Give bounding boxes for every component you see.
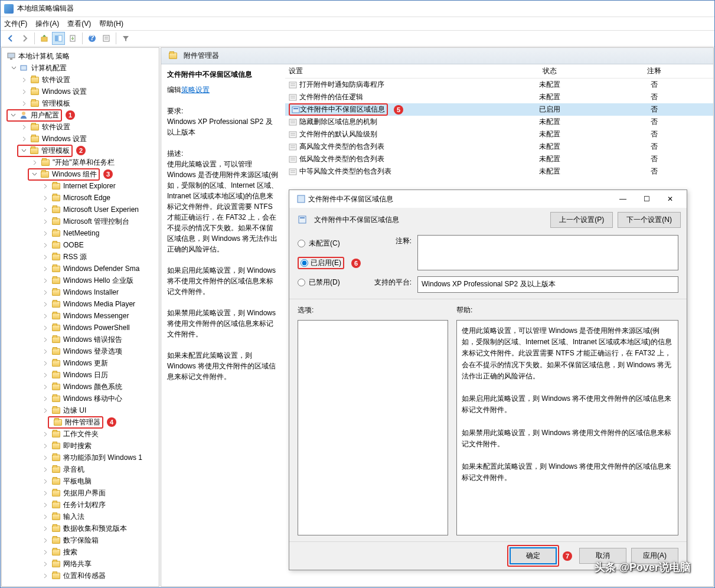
menu-action[interactable]: 操作(A) <box>35 19 59 29</box>
tree-item[interactable]: 凭据用户界面 <box>2 487 159 499</box>
chevron-right-icon[interactable] <box>42 218 49 225</box>
tree-item[interactable]: Internet Explorer <box>2 180 159 192</box>
menu-file[interactable]: 文件(F) <box>4 19 27 29</box>
chevron-right-icon[interactable] <box>42 466 49 473</box>
ok-button[interactable]: 确定 <box>510 547 557 564</box>
export-button[interactable] <box>66 32 79 45</box>
chevron-right-icon[interactable] <box>42 537 49 544</box>
tree-item[interactable]: 软件设置 <box>2 74 159 86</box>
tree-item[interactable]: OOBE <box>2 239 159 251</box>
tree-item[interactable]: Windows 颜色系统 <box>2 381 159 393</box>
chevron-right-icon[interactable] <box>31 159 38 166</box>
prev-setting-button[interactable]: 上一个设置(P) <box>550 212 613 228</box>
chevron-right-icon[interactable] <box>42 300 49 308</box>
chevron-right-icon[interactable] <box>42 371 49 378</box>
chevron-right-icon[interactable] <box>42 572 49 579</box>
tree-item[interactable]: Windows Media Player <box>2 298 159 310</box>
menu-help[interactable]: 帮助(H) <box>99 19 123 29</box>
chevron-right-icon[interactable] <box>42 489 49 496</box>
chevron-right-icon[interactable] <box>42 501 49 508</box>
tree-root[interactable]: 本地计算机 策略 <box>2 50 159 62</box>
chevron-down-icon[interactable] <box>9 112 17 119</box>
forward-button[interactable] <box>18 32 31 45</box>
tree-item[interactable]: 工作文件夹 <box>2 428 159 440</box>
chevron-right-icon[interactable] <box>42 454 49 461</box>
chevron-right-icon[interactable] <box>21 123 28 130</box>
tree-item[interactable]: Windows 更新 <box>2 357 159 369</box>
chevron-right-icon[interactable] <box>42 525 49 532</box>
chevron-right-icon[interactable] <box>42 513 49 520</box>
tree-item[interactable]: Windows 设置 <box>2 86 159 97</box>
chevron-right-icon[interactable] <box>42 182 49 190</box>
chevron-right-icon[interactable] <box>42 241 49 249</box>
chevron-right-icon[interactable] <box>42 324 49 331</box>
chevron-right-icon[interactable] <box>42 289 49 296</box>
chevron-down-icon[interactable] <box>10 64 17 71</box>
chevron-right-icon[interactable] <box>42 312 49 319</box>
maximize-button[interactable]: ☐ <box>635 191 658 207</box>
tree-item[interactable]: 录音机 <box>2 463 159 475</box>
chevron-right-icon[interactable] <box>42 194 49 201</box>
tree-item[interactable]: 即时搜索 <box>2 440 159 452</box>
radio-disabled[interactable]: 已禁用(D) <box>298 277 361 288</box>
tree-item[interactable]: 软件设置 <box>2 121 159 133</box>
radio-not-configured[interactable]: 未配置(C) <box>298 239 361 249</box>
options-box[interactable] <box>298 320 448 535</box>
tree-windows-components[interactable]: Windows 组件3 <box>2 168 159 180</box>
chevron-right-icon[interactable] <box>42 548 49 556</box>
tree-user-config[interactable]: 用户配置1 <box>2 109 159 121</box>
edit-policy-link[interactable]: 策略设置 <box>181 86 210 94</box>
chevron-right-icon[interactable] <box>42 348 49 355</box>
tree-item[interactable]: Windows 日历 <box>2 369 159 381</box>
properties-button[interactable] <box>100 32 113 45</box>
tree-item[interactable]: Windows Installer <box>2 286 159 298</box>
tree-item[interactable]: NetMeeting <box>2 227 159 239</box>
tree-item[interactable]: Windows Defender Sma <box>2 263 159 275</box>
settings-row[interactable]: 文件附件的默认风险级别未配置否 <box>285 128 713 141</box>
chevron-down-icon[interactable] <box>31 171 38 178</box>
settings-row[interactable]: 文件附件的信任逻辑未配置否 <box>285 91 713 103</box>
settings-row[interactable]: 文件附件中不保留区域信息5已启用否 <box>285 103 713 116</box>
help-button[interactable]: ? <box>86 32 99 45</box>
tree-computer-config[interactable]: 计算机配置 <box>2 62 159 74</box>
chevron-right-icon[interactable] <box>42 336 49 343</box>
tree-item[interactable]: 平板电脑 <box>2 475 159 487</box>
chevron-right-icon[interactable] <box>42 383 49 390</box>
chevron-right-icon[interactable] <box>42 395 49 402</box>
tree-item[interactable]: Microsoft 管理控制台 <box>2 215 159 227</box>
cancel-button[interactable]: 取消 <box>579 548 626 564</box>
apply-button[interactable]: 应用(A) <box>631 548 678 564</box>
tree-item[interactable]: 边缘 UI <box>2 404 159 416</box>
dialog-titlebar[interactable]: 文件附件中不保留区域信息 — ☐ ✕ <box>289 190 687 208</box>
tree-item[interactable]: "开始"菜单和任务栏 <box>2 156 159 168</box>
tree-item[interactable]: 网络共享 <box>2 558 159 570</box>
tree-item[interactable]: Windows 登录选项 <box>2 345 159 357</box>
next-setting-button[interactable]: 下一个设置(N) <box>618 212 681 228</box>
tree-item[interactable]: 输入法 <box>2 511 159 522</box>
tree-item[interactable]: Windows PowerShell <box>2 322 159 334</box>
radio-enabled[interactable]: 已启用(E)6 <box>298 257 361 269</box>
chevron-right-icon[interactable] <box>21 88 28 95</box>
show-hide-tree-button[interactable] <box>52 32 65 45</box>
tree-item[interactable]: 位置和传感器 <box>2 570 159 582</box>
tree-item[interactable]: Windows Hello 企业版 <box>2 275 159 286</box>
chevron-right-icon[interactable] <box>42 560 49 567</box>
tree-item[interactable]: 搜索 <box>2 546 159 558</box>
settings-row[interactable]: 高风险文件类型的包含列表未配置否 <box>285 141 713 153</box>
col-status[interactable]: 状态 <box>504 66 595 76</box>
up-button[interactable] <box>38 32 51 45</box>
tree-panel[interactable]: 本地计算机 策略 计算机配置 软件设置 Windows 设置 管理模板 用户配置… <box>1 47 159 587</box>
settings-row[interactable]: 低风险文件类型的包含列表未配置否 <box>285 153 713 165</box>
chevron-right-icon[interactable] <box>42 430 49 437</box>
settings-row[interactable]: 中等风险文件类型的包含列表未配置否 <box>285 165 713 178</box>
tree-item[interactable]: 任务计划程序 <box>2 499 159 511</box>
chevron-down-icon[interactable] <box>20 147 27 154</box>
tree-item[interactable]: Microsoft Edge <box>2 192 159 204</box>
settings-row[interactable]: 隐藏删除区域信息的机制未配置否 <box>285 116 713 128</box>
back-button[interactable] <box>4 32 17 45</box>
tree-item[interactable]: 数字保险箱 <box>2 534 159 546</box>
col-comment[interactable]: 注释 <box>595 66 713 76</box>
tree-item[interactable]: RSS 源 <box>2 251 159 263</box>
chevron-right-icon[interactable] <box>42 230 49 237</box>
chevron-right-icon[interactable] <box>42 277 49 284</box>
